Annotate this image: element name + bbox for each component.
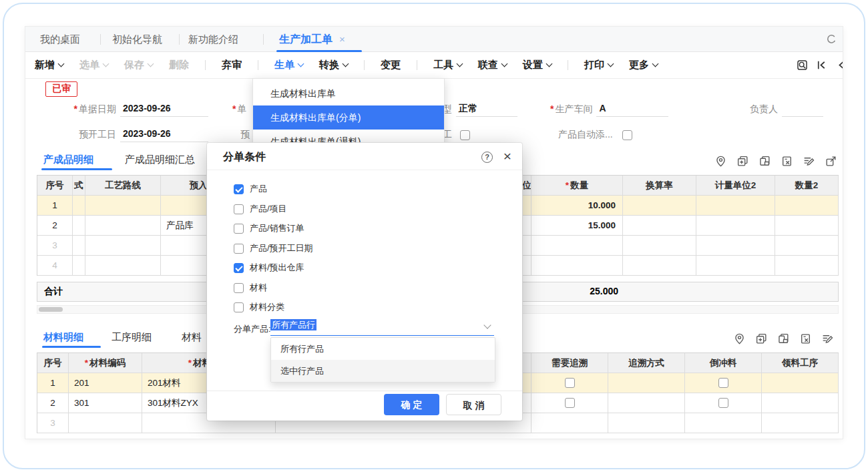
dialog-title: 分单条件 <box>223 150 266 164</box>
material-grid-toolbar <box>733 332 834 348</box>
tab-separator <box>100 34 101 45</box>
tab-process-detail[interactable]: 工序明细 <box>112 331 152 344</box>
tab-material-partial[interactable]: 材料 <box>182 331 202 344</box>
menu-item-generate-outbound[interactable]: 生成材料出库单 <box>253 81 444 105</box>
split-product-options: 所有行产品 选中行产品 <box>270 337 495 383</box>
tab-separator <box>263 34 264 45</box>
menu-item-generate-outbound-split[interactable]: 生成材料出库单(分单) <box>253 105 444 130</box>
first-record-icon[interactable] <box>815 59 828 72</box>
toolbar-item-convert[interactable]: 转换 <box>319 59 348 71</box>
gong-checkbox[interactable] <box>460 130 470 140</box>
tab-new-features[interactable]: 新功能介绍 <box>188 27 238 52</box>
batch-edit-icon[interactable] <box>821 332 834 348</box>
toolbar-item-generate[interactable]: 生单 <box>274 59 303 71</box>
toolbar-item-settings[interactable]: 设置 <box>523 59 552 71</box>
toolbar-item-link-query[interactable]: 联查 <box>478 59 507 71</box>
product-grid-toolbar <box>714 155 837 170</box>
locate-icon[interactable] <box>733 332 746 348</box>
screen: 我的桌面 初始化导航 新功能介绍 生产加工单× 新增 选单 保存 删除 弃审 生… <box>0 0 868 472</box>
checkbox[interactable] <box>234 204 244 214</box>
toolbar-item-new[interactable]: 新增 <box>35 59 63 71</box>
refresh-icon[interactable] <box>825 33 837 45</box>
cond-product-sales-order[interactable]: 产品/销售订单 <box>234 223 304 234</box>
tab-my-desktop[interactable]: 我的桌面 <box>40 27 80 52</box>
cond-product-project[interactable]: 产品/项目 <box>234 204 287 214</box>
checkbox-checked[interactable] <box>234 184 244 194</box>
tab-separator <box>179 34 180 45</box>
toolbar-item-change[interactable]: 变更 <box>381 59 401 71</box>
field-pre-partial: 预 <box>240 126 254 144</box>
tab-label: 生产加工单 <box>279 33 333 45</box>
field-doc-partial: *单 <box>232 100 250 119</box>
tab-material-detail[interactable]: 材料明细 <box>43 331 83 344</box>
delete-row-icon[interactable] <box>781 155 793 170</box>
scrollbar-thumb[interactable] <box>39 307 63 312</box>
doc-date-input[interactable]: 2023-09-26 <box>120 102 208 117</box>
cond-material[interactable]: 材料 <box>234 282 267 293</box>
need-trace-checkbox[interactable] <box>565 398 575 408</box>
chevron-down-icon <box>483 321 491 328</box>
backflush-checkbox[interactable] <box>718 378 728 388</box>
checkbox-checked[interactable] <box>234 263 244 273</box>
chevron-down-icon <box>608 61 614 67</box>
cond-material-category[interactable]: 材料分类 <box>234 302 284 312</box>
checkbox[interactable] <box>234 302 244 312</box>
close-icon[interactable]: × <box>339 33 345 45</box>
tab-init-nav[interactable]: 初始化导航 <box>112 27 162 52</box>
cond-material-warehouse[interactable]: 材料/预出仓库 <box>234 262 304 273</box>
help-icon[interactable]: ? <box>481 152 493 163</box>
split-product-label: 分单产品: <box>234 323 271 335</box>
active-section-underline <box>41 168 112 170</box>
toolbar-item-abandon-audit[interactable]: 弃审 <box>222 59 242 71</box>
toolbar-item-print[interactable]: 打印 <box>584 59 613 71</box>
toolbar-separator <box>417 60 417 70</box>
workshop-input[interactable]: A <box>596 102 668 117</box>
batch-edit-icon[interactable] <box>803 155 815 170</box>
checkbox[interactable] <box>234 283 244 293</box>
toolbar: 新增 选单 保存 删除 弃审 生单 转换 变更 工具 联查 设置 打印 更多 <box>25 52 843 79</box>
copy-row-icon[interactable] <box>777 332 790 348</box>
doc-type-input[interactable]: 正常 <box>456 102 517 117</box>
owner-input[interactable] <box>782 102 823 117</box>
plan-start-input[interactable]: 2023-09-26 <box>120 128 208 142</box>
option-selected-rows[interactable]: 选中行产品 <box>271 360 495 382</box>
field-label: *生产车间 <box>550 103 592 115</box>
field-label: 预 <box>240 129 250 141</box>
close-icon[interactable]: × <box>503 148 511 164</box>
need-trace-checkbox[interactable] <box>565 378 575 388</box>
chevron-down-icon <box>343 61 349 67</box>
open-window-icon[interactable] <box>825 155 837 170</box>
field-owner: 负责人 <box>750 100 823 119</box>
tab-product-detail[interactable]: 产成品明细 <box>43 154 93 166</box>
prev-record-icon[interactable] <box>835 59 843 72</box>
tab-product-summary[interactable]: 产成品明细汇总 <box>125 154 195 166</box>
delete-row-icon[interactable] <box>799 332 812 348</box>
chevron-down-icon <box>501 61 508 67</box>
split-product-select[interactable]: 所有产品行 <box>270 319 494 336</box>
required-marker: * <box>188 358 192 368</box>
tab-production-order[interactable]: 生产加工单× <box>279 27 345 52</box>
total-label: 合计 <box>44 286 63 298</box>
field-workshop: *生产车间 A <box>550 100 668 119</box>
chevron-down-icon <box>58 61 65 67</box>
locate-icon[interactable] <box>714 155 727 170</box>
cancel-button[interactable]: 取消 <box>446 394 501 415</box>
toolbar-item-save: 保存 <box>124 59 153 71</box>
ok-button[interactable]: 确定 <box>384 394 439 415</box>
search-document-icon[interactable] <box>796 59 809 72</box>
insert-row-icon[interactable] <box>736 155 749 170</box>
checkbox[interactable] <box>234 224 244 234</box>
cond-product-plan-date[interactable]: 产品/预开工日期 <box>234 243 313 254</box>
backflush-checkbox[interactable] <box>718 398 728 408</box>
toolbar-item-tools[interactable]: 工具 <box>433 59 462 71</box>
option-all-rows[interactable]: 所有行产品 <box>271 338 495 360</box>
chevron-down-icon <box>298 61 304 67</box>
copy-row-icon[interactable] <box>758 155 771 170</box>
auto-add-checkbox[interactable] <box>622 130 632 140</box>
cond-product[interactable]: 产品 <box>234 184 267 194</box>
split-condition-dialog: 分单条件 ? × 产品 产品/项目 产品/销售订单 产品/预开工日期 材料/预出… <box>207 143 522 421</box>
field-label: 负责人 <box>750 103 778 115</box>
checkbox[interactable] <box>234 244 244 254</box>
toolbar-item-more[interactable]: 更多 <box>629 59 658 71</box>
insert-row-icon[interactable] <box>755 332 768 348</box>
